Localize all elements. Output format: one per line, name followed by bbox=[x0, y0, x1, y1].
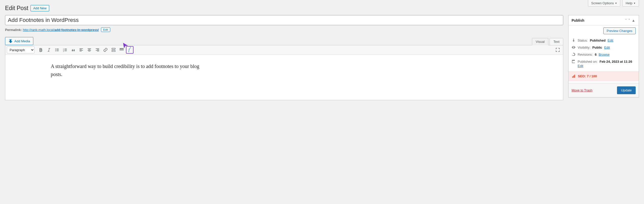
revisions-icon bbox=[572, 52, 576, 56]
footnote-icon: f3 bbox=[128, 47, 131, 52]
chevron-down-icon: ▼ bbox=[633, 2, 636, 5]
svg-rect-11 bbox=[123, 48, 124, 49]
align-left-button[interactable] bbox=[77, 46, 85, 54]
block-format-select[interactable]: Paragraph bbox=[7, 46, 35, 53]
move-to-trash-link[interactable]: Move to Trash bbox=[572, 88, 592, 92]
status-value: Published bbox=[590, 39, 605, 42]
svg-rect-13 bbox=[121, 49, 122, 50]
bold-button[interactable] bbox=[37, 46, 45, 54]
pin-icon bbox=[572, 38, 576, 42]
svg-rect-7 bbox=[112, 51, 115, 52]
page-title: Edit Post bbox=[5, 3, 28, 13]
editor-paragraph: A straightforward way to build credibili… bbox=[51, 62, 207, 78]
seo-icon bbox=[572, 74, 576, 78]
svg-rect-9 bbox=[121, 48, 122, 49]
permalink-slug: add-footnotes-in-wordpress/ bbox=[54, 28, 99, 32]
toolbar-toggle-button[interactable] bbox=[118, 46, 125, 54]
editor-content-area[interactable]: A straightforward way to build credibili… bbox=[5, 55, 563, 100]
chevron-down-icon: ▼ bbox=[615, 2, 617, 5]
browse-revisions-link[interactable]: Browse bbox=[599, 53, 609, 56]
move-up-icon[interactable]: ˄ bbox=[625, 18, 627, 23]
publish-box-title: Publish bbox=[572, 18, 584, 22]
svg-rect-15 bbox=[123, 49, 124, 50]
status-label: Status: bbox=[578, 39, 588, 42]
svg-rect-8 bbox=[120, 48, 121, 49]
revisions-label: Revisions: bbox=[578, 53, 593, 56]
add-media-button[interactable]: Add Media bbox=[5, 37, 33, 45]
permalink-base[interactable]: http://rank-math.local/add-footnotes-in-… bbox=[23, 28, 99, 32]
svg-text:3: 3 bbox=[63, 51, 64, 52]
seo-score-text: SEO: 7 / 100 bbox=[578, 74, 597, 78]
svg-point-1 bbox=[55, 50, 56, 50]
svg-point-0 bbox=[55, 49, 56, 49]
add-new-button[interactable]: Add New bbox=[31, 5, 49, 11]
bulleted-list-button[interactable] bbox=[53, 46, 61, 54]
tab-text[interactable]: Text bbox=[550, 38, 563, 45]
toggle-panel-icon[interactable]: ▲ bbox=[631, 18, 636, 23]
visibility-value: Public bbox=[592, 46, 602, 49]
preview-changes-button[interactable]: Preview Changes bbox=[603, 27, 636, 34]
fullscreen-button[interactable] bbox=[554, 46, 561, 54]
footnote-button[interactable]: f3 bbox=[126, 46, 133, 54]
blockquote-button[interactable] bbox=[69, 46, 77, 54]
numbered-list-button[interactable]: 123 bbox=[61, 46, 69, 54]
help-label: Help bbox=[626, 1, 632, 5]
revisions-value: 6 bbox=[595, 53, 597, 56]
svg-rect-12 bbox=[120, 49, 121, 50]
visibility-label: Visibility: bbox=[578, 46, 590, 49]
align-right-button[interactable] bbox=[94, 46, 101, 54]
permalink-label: Permalink: bbox=[5, 28, 22, 32]
screen-options-label: Screen Options bbox=[591, 1, 614, 5]
align-center-button[interactable] bbox=[86, 46, 93, 54]
edit-permalink-button[interactable]: Edit bbox=[101, 27, 110, 32]
move-down-icon[interactable]: ˅ bbox=[628, 18, 631, 23]
link-button[interactable] bbox=[102, 46, 109, 54]
add-media-label: Add Media bbox=[14, 39, 30, 43]
published-on-label: Published on: bbox=[578, 60, 598, 63]
edit-status-link[interactable]: Edit bbox=[608, 39, 613, 42]
visibility-icon bbox=[572, 45, 576, 49]
published-on-value: Feb 24, 2023 at 11:26 bbox=[600, 60, 632, 63]
edit-visibility-link[interactable]: Edit bbox=[604, 46, 610, 49]
tab-visual[interactable]: Visual bbox=[532, 38, 548, 45]
svg-rect-14 bbox=[122, 49, 123, 50]
svg-point-2 bbox=[55, 51, 56, 51]
svg-rect-6 bbox=[112, 48, 115, 49]
screen-options-button[interactable]: Screen Options ▼ bbox=[588, 0, 621, 7]
read-more-button[interactable] bbox=[110, 46, 117, 54]
edit-date-link[interactable]: Edit bbox=[578, 64, 583, 68]
seo-score-row[interactable]: SEO: 7 / 100 bbox=[569, 71, 639, 81]
help-button[interactable]: Help ▼ bbox=[622, 0, 639, 7]
svg-rect-10 bbox=[122, 48, 123, 49]
post-title-input[interactable] bbox=[5, 15, 563, 25]
calendar-icon bbox=[572, 59, 576, 63]
italic-button[interactable] bbox=[45, 46, 53, 54]
media-icon bbox=[8, 39, 13, 43]
update-button[interactable]: Update bbox=[617, 86, 636, 94]
